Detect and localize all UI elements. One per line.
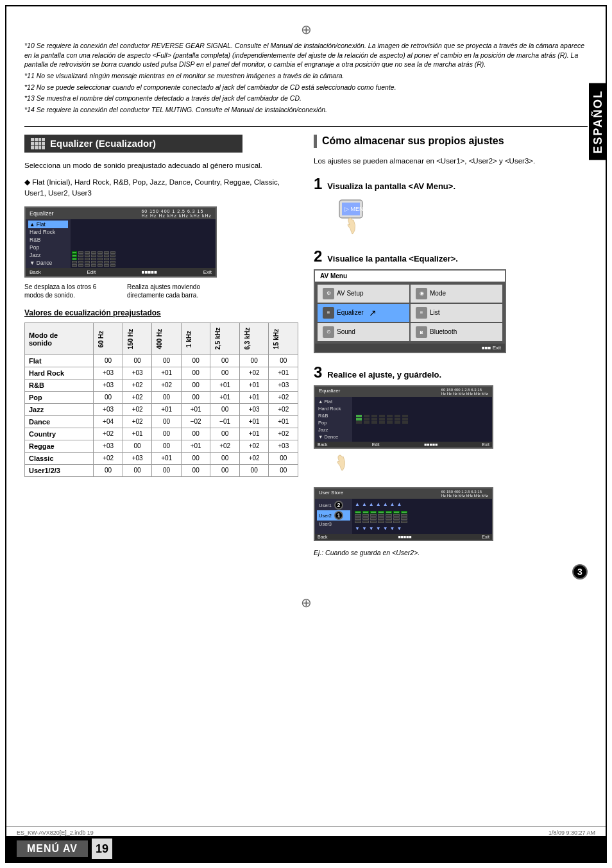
eq-icon [31,138,45,149]
val-cell: +01 [239,428,269,440]
col-150hz: 150 Hz [123,323,152,355]
eq-mode-jazz[interactable]: Jazz [28,251,68,259]
user3-item[interactable]: User3 [317,521,350,528]
av-menu-grid: ⚙ AV Setup ◉ Mode ≡ Equalizer ↗ [315,282,505,344]
user1-item[interactable]: User1 2 [317,500,350,510]
av-setup-label: AV Setup [337,290,364,297]
table-row: Classic+02+03+010000+0200 [25,452,298,464]
user-store-freqs: 60 150 400 1 2.5 6.3 15Hz Hz Hz kHz kHz … [441,490,488,497]
val-cell: +01 [181,403,210,415]
val-cell: 00 [152,415,182,428]
equalizer-title: Equalizer (Ecualizador) [50,138,156,149]
av-menu-footer: ■■■ Exit [315,344,505,352]
step-2-header: 2 Visualice la pantalla <Equalizer>. [314,247,588,265]
crosshair-bottom: ⊕ [24,595,588,610]
bar-25khz [98,251,103,267]
list-label: List [430,309,440,316]
small-eq-screen: Equalizer 60 150 400 1 2.5 6.3 15Hz Hz H… [314,385,493,449]
av-menu-exit[interactable]: ■■■ Exit [482,345,501,351]
eq-screen-footer: Back Edit ■■■■■ Exit [26,268,216,276]
step-1-header: 1 Visualiza la pantalla <AV Menu>. [314,175,588,193]
val-cell: 00 [94,355,123,367]
divider-1 [24,126,588,127]
av-setup-item[interactable]: ⚙ AV Setup [318,285,409,303]
eq-footer-back[interactable]: Back [30,269,41,275]
val-cell: +01 [181,440,210,452]
sml-pop: Pop [317,419,350,426]
user-store-body: User1 2 User2 1 User3 [315,499,492,534]
eq-screen-body: ▲ Flat Hard Rock R&B Pop Jazz ▼ Dance [26,219,216,268]
user-store-exit[interactable]: Exit [482,535,489,539]
col-1khz: 1 kHz [181,323,210,355]
eq-footer-edit[interactable]: Edit [87,269,96,275]
table-row: Country+02+01000000+01+02 [25,428,298,440]
val-cell: 00 [181,428,210,440]
av-menu-screen: AV Menu ⚙ AV Setup ◉ Mode ≡ [314,269,506,353]
sound-label: Sound [337,328,355,335]
val-cell: 00 [210,464,240,476]
eq-mode-list: ▲ Flat Hard Rock R&B Pop Jazz ▼ Dance [26,219,71,268]
val-cell: +02 [269,391,298,403]
mode-cell: Jazz [25,403,94,415]
left-column: Equalizer (Ecualizador) Selecciona un mo… [24,135,298,590]
footnotes-section: *10 Se requiere la conexión del conducto… [24,41,588,115]
user-store-back[interactable]: Back [318,535,328,539]
user2-item[interactable]: User2 1 [317,510,350,521]
bar-15khz [110,251,115,267]
small-progress: ■■■■■ [424,442,438,447]
small-eq-freqs: 60 150 400 1 2.5 6.3 15Hz Hz Hz kHz kHz … [441,388,488,396]
step-3-touch [327,451,588,482]
eq-modes-text: ◆ Flat (Inicial), Hard Rock, R&B, Pop, J… [24,178,280,197]
val-cell: 00 [269,452,298,464]
eq-bars-area [71,219,216,268]
small-back[interactable]: Back [318,442,328,447]
eq-modes: ◆ Flat (Inicial), Hard Rock, R&B, Pop, J… [24,177,298,199]
val-cell: 00 [210,367,240,379]
user-store-header: User Store 60 150 400 1 2.5 6.3 15Hz Hz … [315,488,492,499]
val-cell: +02 [239,452,269,464]
bluetooth-item[interactable]: ʙ Bluetooth [411,323,502,341]
eq-mode-flat[interactable]: ▲ Flat [28,221,68,228]
val-cell: 00 [181,452,210,464]
val-cell: +01 [269,415,298,428]
small-eq-footer: Back Edit ■■■■■ Exit [315,442,492,447]
table-title: Valores de ecualización preajustados [24,308,298,317]
right-column: Cómo almacenar sus propios ajustes Los a… [314,135,588,590]
eq-mode-rnb[interactable]: R&B [28,236,68,244]
val-cell: 00 [181,464,210,476]
eq-footer-exit[interactable]: Exit [203,269,212,275]
table-row: Jazz+03+02+01+0100+03+02 [25,403,298,415]
svg-text:▷ MENU: ▷ MENU [344,206,368,212]
val-cell: +02 [269,428,298,440]
eq-mode-dance[interactable]: ▼ Dance [28,259,68,267]
sound-item[interactable]: ⊙ Sound [318,323,409,341]
eq-screen-mockup: Equalizer 60 150 400 1 2.5 6.3 15Hz Hz H… [24,206,217,278]
small-exit[interactable]: Exit [482,442,489,447]
table-row: R&B+03+02+0200+01+01+03 [25,379,298,391]
val-cell: +02 [210,440,240,452]
val-cell: 00 [94,464,123,476]
val-cell: +01 [239,391,269,403]
equalizer-item[interactable]: ≡ Equalizer ↗ [318,304,409,322]
crosshair-top: ⊕ [24,22,588,37]
menu-av-label: MENÚ AV [17,840,88,857]
val-cell: 00 [269,464,298,476]
val-cell: 00 [152,440,182,452]
equalizer-label: Equalizer [337,309,364,316]
bottom-bar: MENÚ AV 19 [6,836,606,862]
list-item[interactable]: ≡ List [411,304,502,322]
table-row: Dance+04+0200−02−01+01+01 [25,415,298,428]
val-cell: 00 [181,379,210,391]
bluetooth-label: Bluetooth [430,328,457,335]
list-icon: ≡ [416,307,427,319]
val-cell: +02 [239,440,269,452]
eq-screen-title: Equalizer [30,210,54,217]
val-cell: +01 [239,379,269,391]
eq-mode-hardrock[interactable]: Hard Rock [28,228,68,236]
mode-item[interactable]: ◉ Mode [411,285,502,303]
small-edit[interactable]: Edit [372,442,380,447]
val-cell: +01 [123,428,152,440]
bar-150hz [78,251,83,267]
eq-mode-pop[interactable]: Pop [28,244,68,251]
step-3-touch-icon [327,451,359,480]
